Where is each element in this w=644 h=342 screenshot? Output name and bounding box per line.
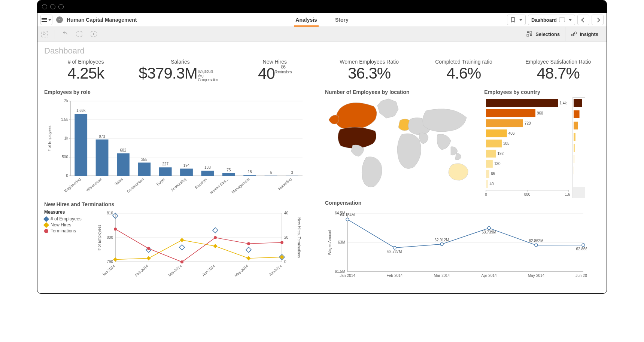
svg-text:Mar-2014: Mar-2014 bbox=[434, 274, 450, 278]
scrollbar-thumb[interactable] bbox=[573, 187, 585, 198]
kpi-value: 4.25k bbox=[44, 65, 127, 82]
chart-hires-terms: 79080081002040Jan-2014Feb-2014Mar-2014Ap… bbox=[95, 210, 301, 281]
panel-compensation[interactable]: Compensation 61.5M63M64.5M64.184MJan-201… bbox=[325, 200, 598, 284]
svg-text:Apr-2014: Apr-2014 bbox=[201, 264, 216, 277]
kpi-aux-label: Avg Compensation bbox=[198, 74, 218, 82]
clear-all-button[interactable] bbox=[89, 30, 98, 38]
legend: Measures # of Employees New Hires Termin… bbox=[44, 210, 91, 281]
kpi-training-ratio[interactable]: Completed Training ratio 4.6% bbox=[422, 59, 505, 82]
svg-text:Jun-2014: Jun-2014 bbox=[268, 264, 282, 277]
diamond-icon bbox=[43, 216, 49, 222]
insights-label: Insights bbox=[580, 31, 598, 37]
svg-rect-92 bbox=[246, 256, 250, 260]
bookmark-button[interactable] bbox=[507, 15, 526, 25]
svg-rect-86 bbox=[246, 247, 251, 253]
dashboard-dropdown[interactable]: Dashboard bbox=[528, 15, 575, 25]
svg-point-94 bbox=[114, 228, 117, 231]
undo-icon bbox=[62, 31, 69, 37]
svg-text:1.4k: 1.4k bbox=[560, 101, 567, 105]
panel-title: Compensation bbox=[325, 200, 598, 206]
chevron-right-icon bbox=[595, 18, 600, 22]
kpi-label: Salaries bbox=[139, 59, 222, 65]
clear-one-button[interactable] bbox=[75, 30, 83, 38]
svg-rect-10 bbox=[571, 34, 572, 36]
svg-point-158 bbox=[582, 244, 585, 247]
svg-rect-134 bbox=[574, 167, 574, 174]
tab-analysis[interactable]: Analysis bbox=[294, 13, 319, 27]
kpi-women-ratio[interactable]: Women Employees Ratio 36.3% bbox=[328, 59, 411, 82]
svg-text:Jan-2014: Jan-2014 bbox=[101, 264, 116, 277]
country-mini-scrollbar[interactable] bbox=[572, 97, 585, 198]
svg-rect-11 bbox=[573, 33, 574, 36]
kpi-label: Completed Training ratio bbox=[422, 59, 505, 65]
insights-button[interactable]: Insights bbox=[565, 27, 604, 41]
nav-prev-button[interactable] bbox=[577, 15, 589, 25]
svg-point-98 bbox=[247, 242, 250, 245]
svg-rect-117 bbox=[486, 170, 489, 178]
traffic-light-close[interactable] bbox=[42, 4, 47, 9]
svg-rect-111 bbox=[486, 140, 502, 147]
step-back-button[interactable] bbox=[61, 30, 69, 38]
selections-button[interactable]: Selections bbox=[521, 27, 565, 41]
svg-text:May-2014: May-2014 bbox=[528, 274, 545, 278]
toolbar: Selections Insights bbox=[37, 27, 607, 42]
svg-text:62.862M: 62.862M bbox=[529, 239, 544, 243]
panel-employees-by-country[interactable]: Employees by country 1.4k960720406305192… bbox=[484, 88, 598, 198]
svg-point-146 bbox=[393, 247, 396, 250]
panel-title: Number of Employees by location bbox=[325, 89, 479, 95]
selections-icon bbox=[526, 31, 532, 37]
chart-compensation: 61.5M63M64.5M64.184MJan-201462.727MFeb-2… bbox=[325, 208, 587, 283]
screen-icon bbox=[559, 18, 565, 22]
svg-text:0: 0 bbox=[284, 260, 286, 264]
svg-rect-0 bbox=[42, 31, 48, 37]
kpi-new-hires[interactable]: New Hires 4086Terminations bbox=[233, 59, 316, 82]
page-title: Dashboard bbox=[44, 46, 600, 56]
svg-text:Engineering: Engineering bbox=[64, 177, 82, 193]
nav-next-button[interactable] bbox=[592, 15, 604, 25]
kpi-salaries[interactable]: Salaries $379.3M $79,382.31 Avg Compensa… bbox=[139, 59, 222, 82]
svg-text:62.866M: 62.866M bbox=[576, 247, 587, 251]
traffic-light-max[interactable] bbox=[58, 4, 64, 9]
smart-search-button[interactable] bbox=[40, 30, 49, 38]
kpi-satisfaction-ratio[interactable]: Employee Satisfaction Ratio 48.7% bbox=[517, 59, 600, 82]
chevron-down-icon bbox=[569, 19, 572, 21]
svg-text:406: 406 bbox=[508, 131, 515, 135]
svg-point-143 bbox=[346, 218, 349, 221]
svg-rect-90 bbox=[180, 238, 184, 242]
panel-employees-by-role[interactable]: Employees by role 05001k1.5k2k1.66kEngin… bbox=[44, 89, 318, 200]
svg-point-96 bbox=[180, 260, 183, 263]
svg-text:1k: 1k bbox=[64, 136, 69, 140]
panel-hires-terms[interactable]: New Hires and Terminations Measures # of… bbox=[44, 201, 318, 281]
svg-rect-37 bbox=[117, 153, 130, 176]
circle-icon bbox=[44, 229, 48, 233]
svg-text:18: 18 bbox=[248, 170, 252, 174]
svg-text:720: 720 bbox=[525, 121, 531, 125]
panel-employees-by-location[interactable]: Number of Employees by location bbox=[325, 88, 479, 198]
menu-button[interactable] bbox=[40, 15, 52, 25]
topbar: ⋯ Human Capital Management Analysis Stor… bbox=[37, 13, 607, 27]
kpi-label: Employee Satisfaction Ratio bbox=[517, 59, 600, 65]
svg-text:63.739M: 63.739M bbox=[482, 230, 496, 234]
svg-text:800: 800 bbox=[524, 192, 531, 196]
kpi-employees[interactable]: # of Employees 4.25k bbox=[44, 59, 127, 82]
svg-text:Human Res...: Human Res... bbox=[209, 177, 229, 195]
svg-point-155 bbox=[535, 244, 538, 247]
svg-text:Construction: Construction bbox=[126, 177, 145, 194]
svg-text:800: 800 bbox=[107, 235, 113, 239]
tab-story[interactable]: Story bbox=[334, 13, 350, 27]
selections-label: Selections bbox=[535, 31, 560, 37]
kpi-value: $379.3M bbox=[139, 65, 197, 82]
svg-text:40: 40 bbox=[284, 211, 289, 215]
svg-text:355: 355 bbox=[141, 158, 148, 162]
svg-text:602: 602 bbox=[120, 148, 127, 152]
svg-text:305: 305 bbox=[503, 141, 510, 146]
svg-text:# of Employees: # of Employees bbox=[48, 126, 52, 152]
svg-text:5: 5 bbox=[270, 171, 272, 175]
panel-title: Employees by country bbox=[484, 89, 598, 95]
svg-text:Marketing: Marketing bbox=[277, 177, 292, 191]
traffic-light-min[interactable] bbox=[50, 4, 55, 9]
svg-text:1.5k: 1.5k bbox=[61, 117, 69, 122]
clear-selection-icon bbox=[76, 31, 83, 37]
chart-world-map bbox=[325, 97, 471, 191]
chart-employees-by-role: 05001k1.5k2k1.66kEngineering973Warehouse… bbox=[44, 97, 306, 198]
